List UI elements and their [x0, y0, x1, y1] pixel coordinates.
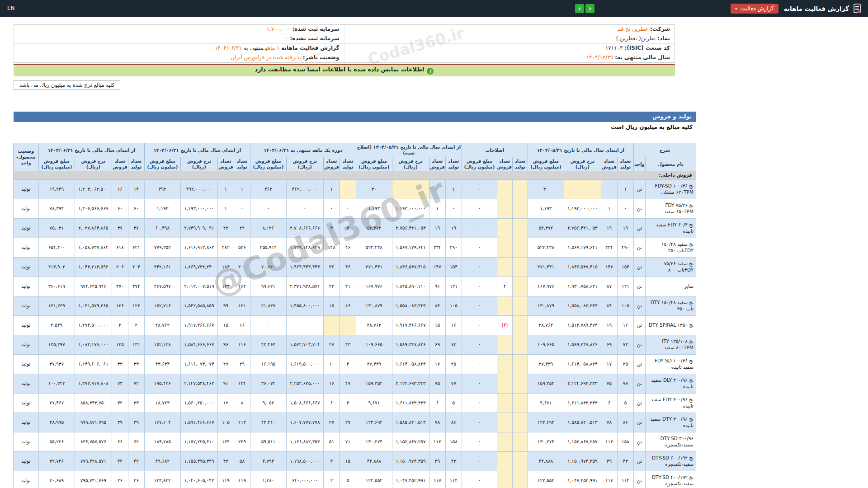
- value-cell: ۵۲,۳۷۲: [356, 219, 392, 238]
- value-cell: ۱,۵۵۸,۰۸۳,۳۳۳: [564, 296, 601, 316]
- product-name-cell: DTY-SD ۳۰۰/۹۶ سفید-تکسچره: [646, 432, 696, 452]
- language-toggle-en[interactable]: EN: [7, 5, 15, 11]
- info-row: سرمایه ثبت شده:۱,۷۰۰,۰۰۰: [14, 25, 344, 34]
- value-cell: ۴۲: [323, 277, 340, 296]
- table-row: نخ ۳۰۰/۹۶ DTY سفید تابیدهتن۸۶۷۸۱,۵۸۵,۸۲۰…: [13, 413, 696, 432]
- status-cell: تولید: [13, 296, 38, 316]
- next-page-button[interactable]: ›: [585, 4, 594, 13]
- value-cell: [497, 335, 512, 355]
- info-label: سال مالی منتهی به:: [615, 54, 670, 61]
- value-cell: [512, 374, 528, 394]
- value-cell: ۱,۸۴۶,۵۳۷,۴۱۵: [564, 258, 601, 277]
- value-cell: ۱,۶۱۶,۹۱۲,۸۶۳: [180, 238, 217, 258]
- unit-cell: تن: [633, 432, 645, 452]
- value-cell: ۱۰۵: [217, 413, 234, 432]
- table-row: نخ DTY SPIRAL ۱۳۵۰تن۱۶۱۹۱,۵۱۳,۷۸۹,۴۷۴۲۸,…: [13, 316, 696, 335]
- unit-cell: تن: [633, 238, 645, 258]
- value-cell: [497, 258, 512, 277]
- value-cell: ۱۱۴: [445, 471, 462, 488]
- value-cell: ۶۲۱: [128, 238, 144, 258]
- value-cell: ۵۲۳,۴۳۸: [528, 238, 564, 258]
- value-cell: ۲۲: [234, 219, 250, 238]
- value-cell: ۴۷: [340, 374, 356, 394]
- column-header: نرخ فروش (ریال): [180, 157, 217, 171]
- report-dropdown-button[interactable]: گزارش فعالیت ▾: [731, 4, 778, 14]
- value-cell: ۱۹: [445, 219, 462, 238]
- value-cell: ۱۲۶: [112, 296, 128, 316]
- value-cell: ۱۳۰,۸۷۹: [356, 296, 392, 316]
- value-cell: ۱۳۱: [128, 335, 144, 355]
- value-cell: ۲,۷۴۹,۹۰۹,۰۹۱: [180, 219, 217, 238]
- value-cell: ۰: [286, 199, 323, 219]
- value-cell: ۱۵: [340, 452, 356, 471]
- value-cell: ۱,۰۸۳,۱۷۶,۰۰۰: [75, 335, 112, 355]
- value-cell: ۱۱۳: [234, 413, 250, 432]
- value-cell: ۶۲: [128, 432, 144, 452]
- value-cell: [497, 238, 512, 258]
- chevron-left-icon: ‹: [578, 5, 581, 12]
- value-cell: ۷۷۹,۴۲۸,۵۷۱: [75, 452, 112, 471]
- value-cell: ۱۳۵,۳۹۷: [38, 335, 75, 355]
- value-cell: ۱۱۷: [601, 471, 617, 488]
- company-link[interactable]: عطرین نخ قم: [618, 26, 649, 32]
- value-cell: (۴): [497, 316, 512, 335]
- value-cell: ۳۳: [128, 355, 144, 374]
- value-cell: ۲۹: [234, 355, 250, 374]
- value-cell: ۵۲۳,۴۳۸: [356, 238, 392, 258]
- value-cell: ۱: [217, 180, 234, 199]
- value-cell: ۵۵,۲۲۶: [38, 432, 75, 452]
- value-cell: ۲۶۷,۵۹۷: [144, 277, 180, 296]
- value-cell: ۷۵: [601, 374, 617, 394]
- value-cell: ۳۲: [112, 394, 128, 413]
- status-cell: تولید: [13, 316, 38, 335]
- value-cell: ۱,۱۹۸,۵۰۰,۰۰۰: [286, 452, 323, 471]
- value-cell: ۲۱,۸۳۷: [250, 296, 286, 316]
- column-header: تعداد تولید: [234, 157, 250, 171]
- value-cell: ۱۹۵,۴۲۶: [144, 374, 180, 394]
- value-cell: ۵۲,۳۷۲: [528, 219, 564, 238]
- group-header: دوره یک ماهه منتهی به ۱۴۰۴/۰۶/۳۱: [250, 143, 356, 157]
- table-row: نخ ۳۰۰/۹۶ DLY سفید تابیدهتن۷۷۷۵۲,۱۲۴,۶۹۳…: [13, 374, 696, 394]
- value-cell: ۱,۶۱۴,۰۵۸,۸۲۴: [564, 355, 601, 374]
- value-cell: ۱,۱۹۳: [144, 199, 180, 219]
- unit-cell: تن: [633, 452, 645, 471]
- value-cell: [497, 452, 512, 471]
- value-cell: ۳۷۴: [128, 277, 144, 296]
- info-value: منتهی به: [244, 45, 263, 51]
- value-cell: ۴۴,۸۸۸: [528, 452, 564, 471]
- value-cell: ۱,۵۹۱,۴۶۶,۶۶۷: [180, 413, 217, 432]
- value-cell: ۲۵: [617, 355, 633, 374]
- value-cell: ۶: [429, 394, 445, 413]
- value-cell: ۲۷: [323, 413, 340, 432]
- value-cell: ۱۵۴: [445, 258, 462, 277]
- value-cell: ۱,۰۴۰,۶۰۵,۰۴۲: [180, 471, 217, 488]
- value-cell: ۱,۹۱۷,۴۶۶,۶۶۷: [180, 316, 217, 335]
- prev-page-button[interactable]: ‹: [575, 4, 584, 13]
- column-header: تعداد فروش: [497, 157, 512, 171]
- value-cell: ۱,۵۷۲,۷۰۳,۷۰۴: [286, 335, 323, 355]
- value-cell: ۱: [429, 199, 445, 219]
- column-header: تعداد فروش: [323, 157, 340, 171]
- value-cell: ۲: [112, 316, 128, 335]
- value-cell: ۵۱: [323, 432, 340, 452]
- value-cell: ۰: [462, 199, 497, 219]
- value-cell: ۲۷۱,۴۴۱: [528, 258, 564, 277]
- value-cell: ۲,۷۵۶,۴۲۱,۰۵۳: [564, 219, 601, 238]
- value-cell: ۱,۰۴۳,۲۱۳,۵۹۲: [75, 258, 112, 277]
- value-cell: ۱۵۲,۱۲۸: [144, 335, 180, 355]
- value-cell: ۰: [462, 413, 497, 432]
- value-cell: ۱۰۹,۶۶۵: [528, 335, 564, 355]
- value-cell: ۱۶: [445, 316, 462, 335]
- status-cell: تولید: [13, 238, 38, 258]
- value-cell: ۴۹۲: [144, 180, 180, 199]
- info-row: سال مالی منتهی به:۱۴۰۴/۱۲/۲۹: [344, 53, 675, 62]
- value-cell: ۷۷: [617, 374, 633, 394]
- column-header: تعداد فروش: [429, 157, 445, 171]
- unit-cell: تن: [633, 258, 645, 277]
- info-row: وضعیت ناشر:پذیرفته شده در فرابورس ایران: [14, 53, 344, 62]
- value-cell: ۳: [323, 219, 340, 238]
- value-cell: ۲۸,۷۶۲: [528, 316, 564, 335]
- value-cell: ۱,۵۸۵,۸۲۰,۵۱۳: [564, 413, 601, 432]
- value-cell: ۵: [617, 394, 633, 413]
- value-cell: ۱,۵۴۲,۵۸۵,۸۵۹: [180, 296, 217, 316]
